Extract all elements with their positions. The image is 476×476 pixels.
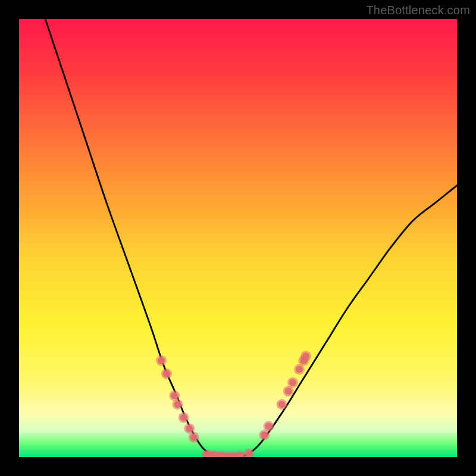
data-marker xyxy=(285,388,292,395)
data-marker xyxy=(261,431,268,439)
data-marker xyxy=(190,434,198,441)
data-marker xyxy=(302,353,309,360)
data-marker xyxy=(174,401,181,408)
plot-area xyxy=(19,19,457,457)
data-marker xyxy=(158,357,165,364)
data-marker xyxy=(265,423,273,430)
data-marker xyxy=(163,370,170,377)
bottleneck-curve xyxy=(45,19,457,457)
data-marker xyxy=(180,414,187,421)
chart-frame: TheBottleneck.com xyxy=(0,0,476,476)
watermark-text: TheBottleneck.com xyxy=(366,4,470,17)
data-marker xyxy=(289,379,296,386)
data-marker xyxy=(171,392,178,399)
curve-svg xyxy=(19,19,457,457)
data-marker xyxy=(296,366,303,373)
data-marker xyxy=(278,401,286,408)
data-marker xyxy=(186,425,193,432)
